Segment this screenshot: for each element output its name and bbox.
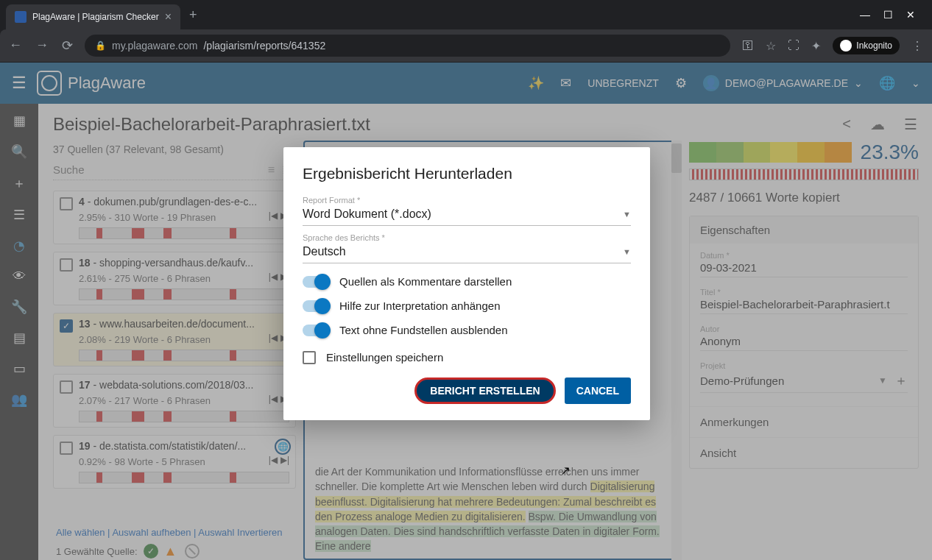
toggle-hide-unmatched[interactable] — [303, 325, 329, 336]
new-tab-button[interactable]: + — [189, 7, 197, 23]
checkbox-label: Einstellungen speichern — [326, 351, 443, 364]
inkognito-badge: Inkognito — [833, 37, 900, 54]
bookmark-icon[interactable]: ☆ — [766, 39, 776, 53]
chevron-down-icon: ▼ — [623, 247, 631, 256]
minimize-icon[interactable]: — — [860, 9, 870, 21]
address-bar[interactable]: 🔒 my.plagaware.com/plagiarism/reports/64… — [85, 35, 730, 57]
download-report-modal: Ergebnisbericht Herunterladen Report For… — [283, 147, 650, 420]
toggle-label: Quellen als Kommentare darstellen — [339, 275, 512, 288]
maximize-icon[interactable]: ☐ — [883, 9, 893, 21]
modal-title: Ergebnisbericht Herunterladen — [303, 165, 631, 182]
back-icon[interactable]: ← — [9, 38, 22, 54]
extensions-icon[interactable]: ✦ — [811, 39, 821, 53]
key-icon[interactable]: ⚿ — [742, 39, 754, 52]
toggle-sources-as-comments[interactable] — [303, 276, 329, 288]
url-path: /plagiarism/reports/641352 — [203, 40, 325, 52]
language-select[interactable]: Deutsch ▼ — [303, 242, 631, 263]
browser-menu-icon[interactable]: ⋮ — [911, 39, 923, 53]
reload-icon[interactable]: ⟳ — [62, 38, 73, 54]
format-select[interactable]: Word Dokument (*.docx) ▼ — [303, 205, 631, 226]
format-label: Report Format * — [303, 196, 631, 205]
save-settings-checkbox[interactable] — [303, 351, 316, 364]
browser-tab[interactable]: PlagAware | Plagiarism Checker × — [6, 4, 180, 29]
close-tab-icon[interactable]: × — [165, 10, 172, 24]
close-window-icon[interactable]: ✕ — [906, 9, 915, 21]
url-host: my.plagaware.com — [112, 40, 197, 52]
toggle-interpretation-help[interactable] — [303, 300, 329, 312]
cancel-button[interactable]: CANCEL — [565, 378, 631, 404]
cursor-icon — [561, 464, 571, 478]
fullscreen-icon[interactable]: ⛶ — [788, 39, 799, 52]
chevron-down-icon: ▼ — [623, 210, 631, 219]
inkognito-icon — [840, 40, 852, 52]
create-report-button[interactable]: BERICHT ERSTELLEN — [414, 378, 555, 404]
lock-icon: 🔒 — [95, 40, 106, 51]
language-label: Sprache des Berichts * — [303, 233, 631, 242]
toggle-label: Text ohne Fundstellen ausblenden — [339, 324, 508, 336]
tab-title: PlagAware | Plagiarism Checker — [32, 12, 159, 22]
favicon — [15, 11, 27, 23]
toggle-label: Hilfe zur Interpretation anhängen — [339, 300, 500, 312]
forward-icon[interactable]: → — [35, 38, 49, 54]
